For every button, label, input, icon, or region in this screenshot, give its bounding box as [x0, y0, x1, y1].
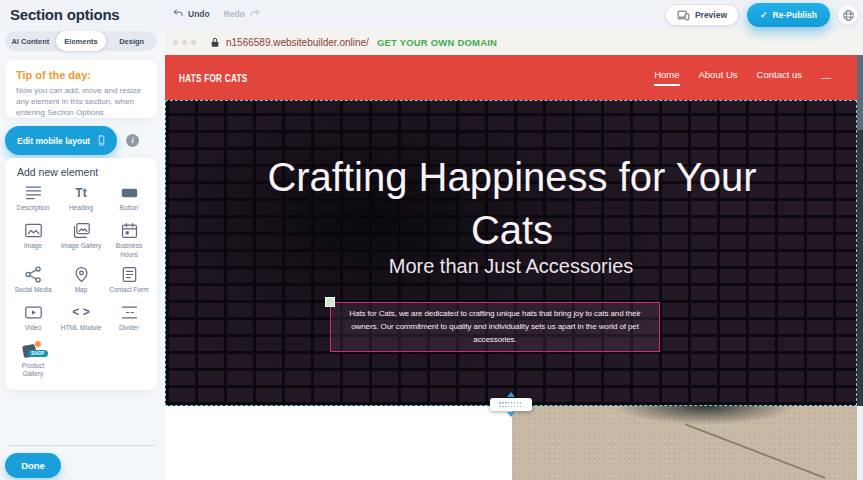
- hero-heading[interactable]: Crafting Happiness for Your Cats: [262, 151, 762, 257]
- element-label: HTML Module: [59, 324, 103, 333]
- browser-dot: [182, 40, 187, 45]
- site-header[interactable]: HATS FOR CATS Home About Us Contact us —: [165, 55, 857, 100]
- topbar: Section options Undo Redo Preview ✓ Re-P…: [0, 0, 863, 30]
- hero-section-selected[interactable]: Crafting Happiness for Your Cats More th…: [165, 100, 857, 406]
- social-media-icon: [24, 266, 43, 283]
- language-globe-button[interactable]: [838, 5, 858, 25]
- tab-design[interactable]: Design: [106, 31, 157, 51]
- image-gallery-icon: [72, 222, 91, 239]
- element-item-description[interactable]: Description: [9, 184, 57, 216]
- tip-of-the-day-card: Tip of the day: Now you can add, move an…: [5, 60, 157, 118]
- hero-subheading[interactable]: More than Just Accessories: [166, 255, 856, 278]
- lock-icon: [210, 37, 220, 48]
- undo-label: Undo: [188, 9, 210, 19]
- site-nav: Home About Us Contact us —: [654, 69, 857, 86]
- topbar-actions: Preview ✓ Re-Publish: [665, 3, 858, 27]
- site-preview: n1566589.websitebuilder.online/ GET YOUR…: [165, 30, 863, 480]
- section-resize-handle[interactable]: [489, 392, 533, 417]
- resize-arrow-down-icon: [507, 412, 515, 417]
- republish-button[interactable]: ✓ Re-Publish: [747, 3, 830, 27]
- description-icon: [24, 184, 43, 201]
- floor-seam: [685, 423, 826, 478]
- element-label: Map: [59, 286, 103, 295]
- preview-button[interactable]: Preview: [665, 4, 739, 26]
- element-item-business-hours[interactable]: Business Hours: [105, 222, 153, 260]
- nav-item-home[interactable]: Home: [654, 69, 679, 86]
- next-section: [165, 406, 857, 480]
- element-label: Button: [107, 204, 151, 213]
- preview-scrollbar[interactable]: [857, 55, 863, 406]
- element-label: Divider: [107, 324, 151, 333]
- get-domain-link[interactable]: GET YOUR OWN DOMAIN: [377, 37, 497, 48]
- hero-textbox-selected[interactable]: Hats for Cats, we are dedicated to craft…: [330, 302, 660, 352]
- redo-label: Redo: [224, 9, 245, 19]
- app-root: Section options Undo Redo Preview ✓ Re-P…: [0, 0, 863, 480]
- contact-form-icon: [120, 266, 139, 283]
- element-label: Contact Form: [107, 286, 151, 295]
- element-grid: Description Tt Heading Button Image Imag…: [9, 184, 153, 379]
- element-label: Description: [11, 204, 55, 213]
- selection-handle[interactable]: [325, 297, 335, 307]
- info-icon[interactable]: i: [126, 134, 139, 147]
- product-gallery-icon: SHOP: [22, 342, 44, 359]
- browser-dot: [191, 40, 196, 45]
- hero-body-text: Hats for Cats, we are dedicated to craft…: [335, 308, 655, 346]
- element-item-map[interactable]: Map: [57, 266, 105, 298]
- mobile-layout-row: Edit mobile layout i: [5, 126, 139, 155]
- video-icon: [24, 304, 43, 321]
- phone-icon: [96, 133, 107, 148]
- republish-label: Re-Publish: [773, 10, 817, 20]
- sidebar-tabs: AI Content Elements Design: [5, 31, 157, 51]
- element-label: Heading: [59, 204, 103, 213]
- preview-label: Preview: [695, 10, 727, 20]
- carpet-photo: [512, 406, 857, 480]
- element-item-video[interactable]: Video: [9, 304, 57, 336]
- element-item-social-media[interactable]: Social Media: [9, 266, 57, 298]
- done-button[interactable]: Done: [5, 453, 61, 478]
- heading-icon: Tt: [75, 184, 86, 201]
- element-item-product-gallery[interactable]: SHOP Product Gallery: [9, 342, 57, 380]
- add-element-title: Add new element: [9, 166, 153, 178]
- html-module-icon: < >: [72, 304, 89, 321]
- nav-more-icon[interactable]: —: [821, 76, 831, 80]
- site-logo[interactable]: HATS FOR CATS: [179, 71, 247, 84]
- nav-item-about[interactable]: About Us: [699, 69, 738, 86]
- sidebar-divider: [8, 445, 156, 446]
- page-title: Section options: [10, 6, 120, 23]
- element-item-html-module[interactable]: < > HTML Module: [57, 304, 105, 336]
- tab-ai-content[interactable]: AI Content: [5, 31, 56, 51]
- redo-icon: [249, 8, 260, 19]
- element-label: Image Gallery: [59, 242, 103, 251]
- browser-dot: [173, 40, 178, 45]
- element-label: Social Media: [11, 286, 55, 295]
- element-item-image[interactable]: Image: [9, 222, 57, 260]
- button-icon: [120, 184, 139, 201]
- devices-icon: [677, 10, 690, 21]
- premium-badge-icon: [34, 340, 42, 348]
- element-label: Business Hours: [107, 242, 151, 260]
- element-item-button[interactable]: Button: [105, 184, 153, 216]
- browser-bar: n1566589.websitebuilder.online/ GET YOUR…: [165, 30, 863, 55]
- tab-elements[interactable]: Elements: [56, 31, 107, 51]
- edit-mobile-layout-button[interactable]: Edit mobile layout: [5, 126, 117, 155]
- add-element-panel: Add new element Description Tt Heading B…: [5, 158, 157, 390]
- nav-item-contact[interactable]: Contact us: [757, 69, 802, 86]
- tip-title: Tip of the day:: [16, 69, 146, 81]
- element-item-contact-form[interactable]: Contact Form: [105, 266, 153, 298]
- resize-grip[interactable]: [490, 398, 532, 411]
- globe-icon: [842, 9, 855, 22]
- edit-mobile-label: Edit mobile layout: [17, 136, 90, 146]
- history-controls: Undo Redo: [173, 8, 260, 19]
- element-item-divider[interactable]: Divider: [105, 304, 153, 336]
- redo-button[interactable]: Redo: [224, 8, 260, 19]
- scrollbar-thumb[interactable]: [857, 55, 863, 130]
- element-label: Product Gallery: [11, 362, 55, 380]
- resize-arrow-up-icon: [507, 392, 515, 397]
- image-icon: [24, 222, 43, 239]
- element-item-heading[interactable]: Tt Heading: [57, 184, 105, 216]
- element-item-image-gallery[interactable]: Image Gallery: [57, 222, 105, 260]
- undo-icon: [173, 8, 184, 19]
- undo-button[interactable]: Undo: [173, 8, 210, 19]
- element-label: Video: [11, 324, 55, 333]
- site-url[interactable]: n1566589.websitebuilder.online/: [226, 37, 369, 48]
